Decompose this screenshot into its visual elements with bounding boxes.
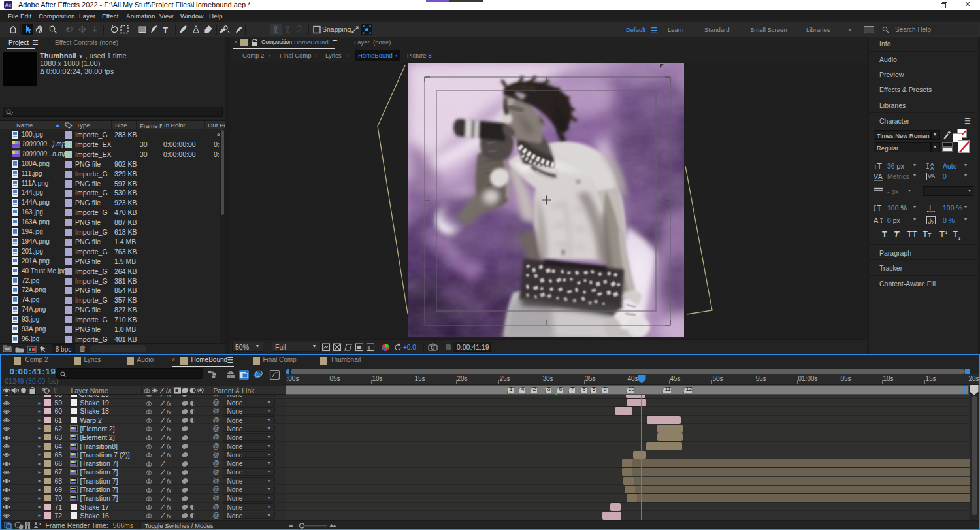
svg-text:VA: VA <box>928 173 935 180</box>
svg-text:fx: fx <box>167 435 172 441</box>
svg-text:fx: fx <box>167 487 172 493</box>
svg-text:Snapping: Snapping <box>322 25 351 33</box>
svg-text:T: T <box>163 25 168 35</box>
svg-text:fx: fx <box>167 478 172 485</box>
svg-text:+0.0: +0.0 <box>403 344 416 351</box>
svg-text:fx: fx <box>167 452 172 459</box>
svg-text:fx: fx <box>167 395 172 398</box>
svg-text:A: A <box>930 165 934 171</box>
svg-text:A: A <box>874 216 879 224</box>
svg-text:fx: fx <box>167 505 172 511</box>
svg-text:fx: fx <box>167 444 172 450</box>
svg-text:fx: fx <box>167 426 172 433</box>
svg-text:fx: fx <box>167 400 172 406</box>
svg-text:あ: あ <box>928 218 934 224</box>
svg-text:fx: fx <box>167 495 172 502</box>
svg-text:fx: fx <box>167 418 172 424</box>
svg-text:T: T <box>877 161 882 171</box>
svg-text:A: A <box>878 173 883 180</box>
svg-text:fx: fx <box>167 408 172 415</box>
svg-text:T: T <box>877 204 882 212</box>
svg-text:fx: fx <box>167 513 172 520</box>
svg-text:fx: fx <box>167 469 172 476</box>
svg-text:fx: fx <box>166 387 172 394</box>
